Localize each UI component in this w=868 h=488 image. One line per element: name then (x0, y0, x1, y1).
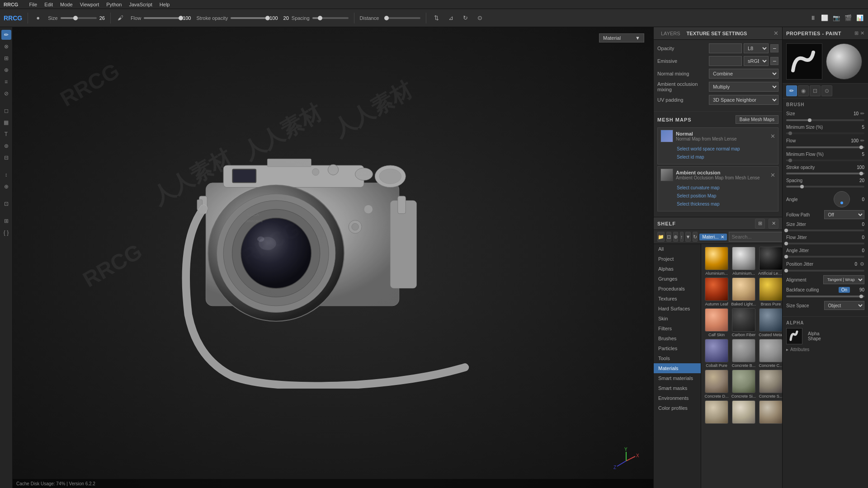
size-jitter-slider[interactable] (786, 230, 864, 231)
prop-tab-brush[interactable]: ✏ (786, 85, 797, 96)
list-item[interactable]: Cobalt Pure (704, 339, 729, 368)
pos-jitter-gear-icon[interactable]: ⚙ (860, 261, 864, 267)
properties-expand[interactable]: ⊞ (854, 30, 859, 36)
alignment-select[interactable]: Tangent | Wrap (823, 275, 864, 284)
tool-projection[interactable]: ⊞ (1, 53, 11, 63)
opacity-channel-select[interactable]: L8 (744, 43, 769, 53)
list-item[interactable] (704, 400, 729, 425)
shelf-nav-project[interactable]: Project (654, 254, 701, 264)
video-icon[interactable]: 🎬 (844, 14, 853, 23)
shelf-nav-grunges[interactable]: Grunges (654, 274, 701, 284)
shelf-expand-btn[interactable]: ⊞ (755, 219, 765, 229)
spacing-slider[interactable] (312, 17, 349, 19)
shelf-nav-smart-masks[interactable]: Smart masks (654, 383, 701, 393)
tool-polygon-fill[interactable]: ◻ (1, 106, 11, 116)
shelf-nav-procedurals[interactable]: Procedurals (654, 284, 701, 294)
tool-layer[interactable]: ≡ (1, 77, 11, 87)
list-item[interactable]: Aluminium... (704, 247, 729, 276)
pause-icon[interactable]: ⏸ (808, 14, 817, 23)
shelf-nav-smart-materials[interactable]: Smart materials (654, 373, 701, 383)
shelf-nav-brushes[interactable]: Brushes (654, 333, 701, 343)
tool-baking[interactable]: ⊞ (1, 216, 11, 226)
shelf-list-icon[interactable]: ⊡ (666, 232, 671, 242)
properties-close[interactable]: ✕ (860, 30, 864, 36)
flow-jitter-slider[interactable] (786, 243, 864, 244)
rotate-icon[interactable]: ↻ (461, 14, 470, 23)
tool-smart-material[interactable]: ⊘ (1, 89, 11, 99)
stroke-opacity-slider[interactable] (231, 17, 267, 19)
normal-map-remove[interactable]: ✕ (770, 133, 775, 140)
shelf-nav-skin[interactable]: Skin (654, 314, 701, 324)
distance-slider[interactable] (384, 17, 420, 19)
shelf-refresh-icon[interactable]: ↻ (693, 232, 698, 242)
shelf-nav-particles[interactable]: Particles (654, 343, 701, 353)
record-icon[interactable]: ⬜ (820, 14, 829, 23)
viewport[interactable]: RRCG 人人素材 RRCG 人人素材 RRCG 人人素材 (13, 27, 653, 488)
flow-edit-icon[interactable]: ✏ (860, 138, 864, 144)
list-item[interactable] (758, 400, 782, 425)
tool-uv[interactable]: ⊡ (1, 199, 11, 209)
tool-anchor[interactable]: ⊛ (1, 141, 11, 151)
stroke-opacity-prop-slider[interactable] (786, 173, 864, 174)
size-edit-icon[interactable]: ✏ (860, 111, 864, 117)
emissive-input[interactable] (709, 56, 742, 66)
tool-picker[interactable]: ⊕ (1, 65, 11, 75)
list-item[interactable]: Artificial Lea... (758, 247, 782, 276)
prop-tab-export[interactable]: ⊡ (810, 85, 821, 96)
opacity-remove-btn[interactable]: − (770, 44, 778, 52)
shelf-filter-remove[interactable]: ✕ (721, 235, 724, 239)
prop-tab-settings[interactable]: ⊙ (821, 85, 832, 96)
flow-slider[interactable] (144, 17, 180, 19)
select-id-map[interactable]: Select id map (677, 153, 774, 161)
ao-mixing-select[interactable]: Multiply (709, 82, 778, 92)
list-item[interactable]: Baked Light... (731, 277, 756, 306)
menu-help[interactable]: Help (160, 2, 170, 7)
list-item[interactable]: Concrete B... (731, 339, 756, 368)
list-item[interactable]: Concrete S... (758, 370, 782, 399)
emissive-channel-select[interactable]: sRGB8 (744, 56, 769, 66)
select-world-space-normal[interactable]: Select world space normal map (677, 145, 774, 153)
menu-file[interactable]: File (29, 2, 37, 7)
screenshot-icon[interactable]: 📷 (832, 14, 841, 23)
shelf-filter-tag[interactable]: Materi... ✕ (699, 234, 726, 240)
bake-mesh-maps-btn[interactable]: Bake Mesh Maps (736, 115, 778, 124)
menu-mode[interactable]: Mode (60, 2, 73, 7)
spacing-prop-slider[interactable] (786, 186, 864, 188)
normal-mixing-select[interactable]: Combine (709, 69, 778, 79)
tool-gradient[interactable]: ▦ (1, 117, 11, 127)
tool-text[interactable]: T (1, 129, 11, 139)
select-thickness-map[interactable]: Select thickness map (677, 200, 774, 208)
select-position-map[interactable]: Select position Map (677, 192, 774, 200)
uv-padding-select[interactable]: 3D Space Neighbor (709, 95, 778, 105)
size-slider[interactable] (61, 17, 97, 19)
menu-javascript[interactable]: JavaScript (129, 2, 152, 7)
angle-control[interactable] (834, 191, 850, 207)
menu-viewport[interactable]: Viewport (80, 2, 99, 7)
shelf-import-icon[interactable]: ⊕ (673, 232, 678, 242)
list-item[interactable]: Aluminium... (731, 247, 756, 276)
list-item[interactable]: Concrete D... (704, 370, 729, 399)
shelf-export-icon[interactable]: ↑ (680, 232, 684, 242)
shelf-nav-hard-surfaces[interactable]: Hard Surfaces (654, 304, 701, 314)
symmetry-icon[interactable]: ⇅ (432, 14, 441, 23)
shelf-nav-environments[interactable]: Environments (654, 393, 701, 403)
menu-python[interactable]: Python (106, 2, 122, 7)
ao-map-remove[interactable]: ✕ (770, 172, 775, 178)
lock-icon[interactable]: ⊙ (475, 14, 484, 23)
layers-tab[interactable]: LAYERS (657, 31, 684, 36)
angle-jitter-slider[interactable] (786, 256, 864, 258)
shelf-nav-alphas[interactable]: Alphas (654, 264, 701, 274)
tool-clone[interactable]: ⊕ (1, 182, 11, 192)
menu-edit[interactable]: Edit (44, 2, 53, 7)
shelf-filter-icon[interactable]: ▼ (685, 232, 691, 242)
attributes-link[interactable]: ▸ Attributes (786, 347, 864, 352)
emissive-remove-btn[interactable]: − (770, 57, 778, 65)
texture-set-close[interactable]: ✕ (774, 30, 778, 37)
prop-tab-material[interactable]: ◉ (798, 85, 809, 96)
display-icon[interactable]: 📊 (855, 14, 864, 23)
tool-script[interactable]: { } (1, 228, 11, 238)
shelf-nav-filters[interactable]: Filters (654, 324, 701, 333)
mode-dropdown[interactable]: Material ▼ (599, 33, 644, 42)
list-item[interactable]: Concrete Si... (731, 370, 756, 399)
tool-erase[interactable]: ⊗ (1, 42, 11, 52)
